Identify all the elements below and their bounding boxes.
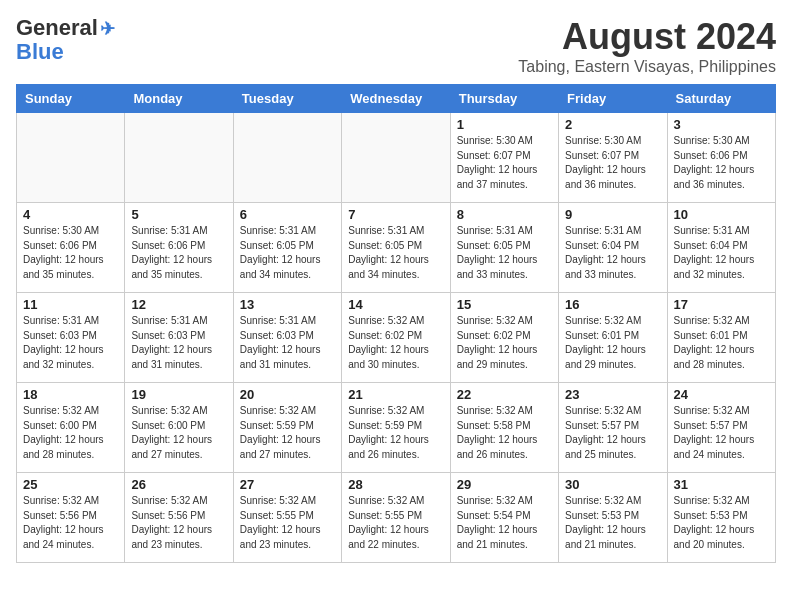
- day-number: 8: [457, 207, 552, 222]
- calendar-cell: 9Sunrise: 5:31 AM Sunset: 6:04 PM Daylig…: [559, 203, 667, 293]
- day-number: 26: [131, 477, 226, 492]
- day-info: Sunrise: 5:31 AM Sunset: 6:04 PM Dayligh…: [565, 224, 660, 282]
- day-number: 15: [457, 297, 552, 312]
- day-number: 12: [131, 297, 226, 312]
- day-number: 18: [23, 387, 118, 402]
- calendar-cell: 5Sunrise: 5:31 AM Sunset: 6:06 PM Daylig…: [125, 203, 233, 293]
- day-info: Sunrise: 5:32 AM Sunset: 6:01 PM Dayligh…: [565, 314, 660, 372]
- day-info: Sunrise: 5:31 AM Sunset: 6:05 PM Dayligh…: [457, 224, 552, 282]
- calendar-cell: 2Sunrise: 5:30 AM Sunset: 6:07 PM Daylig…: [559, 113, 667, 203]
- calendar-cell: 21Sunrise: 5:32 AM Sunset: 5:59 PM Dayli…: [342, 383, 450, 473]
- calendar-table: SundayMondayTuesdayWednesdayThursdayFrid…: [16, 84, 776, 563]
- day-info: Sunrise: 5:32 AM Sunset: 5:56 PM Dayligh…: [23, 494, 118, 552]
- calendar-cell: 3Sunrise: 5:30 AM Sunset: 6:06 PM Daylig…: [667, 113, 775, 203]
- day-number: 31: [674, 477, 769, 492]
- day-number: 3: [674, 117, 769, 132]
- location-title: Tabing, Eastern Visayas, Philippines: [518, 58, 776, 76]
- day-info: Sunrise: 5:32 AM Sunset: 5:57 PM Dayligh…: [674, 404, 769, 462]
- calendar-cell: 15Sunrise: 5:32 AM Sunset: 6:02 PM Dayli…: [450, 293, 558, 383]
- day-number: 10: [674, 207, 769, 222]
- day-number: 22: [457, 387, 552, 402]
- day-info: Sunrise: 5:32 AM Sunset: 6:02 PM Dayligh…: [457, 314, 552, 372]
- calendar-week-1: 1Sunrise: 5:30 AM Sunset: 6:07 PM Daylig…: [17, 113, 776, 203]
- calendar-header-row: SundayMondayTuesdayWednesdayThursdayFrid…: [17, 85, 776, 113]
- day-header-thursday: Thursday: [450, 85, 558, 113]
- day-info: Sunrise: 5:32 AM Sunset: 5:53 PM Dayligh…: [565, 494, 660, 552]
- logo-blue: Blue: [16, 40, 64, 64]
- day-info: Sunrise: 5:32 AM Sunset: 5:54 PM Dayligh…: [457, 494, 552, 552]
- day-number: 20: [240, 387, 335, 402]
- day-info: Sunrise: 5:32 AM Sunset: 5:56 PM Dayligh…: [131, 494, 226, 552]
- calendar-cell: 22Sunrise: 5:32 AM Sunset: 5:58 PM Dayli…: [450, 383, 558, 473]
- logo: General✈ Blue: [16, 16, 115, 64]
- header: General✈ Blue August 2024 Tabing, Easter…: [16, 16, 776, 76]
- calendar-cell: [342, 113, 450, 203]
- day-number: 23: [565, 387, 660, 402]
- day-info: Sunrise: 5:30 AM Sunset: 6:07 PM Dayligh…: [457, 134, 552, 192]
- calendar-week-5: 25Sunrise: 5:32 AM Sunset: 5:56 PM Dayli…: [17, 473, 776, 563]
- day-number: 25: [23, 477, 118, 492]
- day-info: Sunrise: 5:32 AM Sunset: 5:58 PM Dayligh…: [457, 404, 552, 462]
- day-info: Sunrise: 5:30 AM Sunset: 6:06 PM Dayligh…: [23, 224, 118, 282]
- day-info: Sunrise: 5:31 AM Sunset: 6:03 PM Dayligh…: [23, 314, 118, 372]
- calendar-cell: 20Sunrise: 5:32 AM Sunset: 5:59 PM Dayli…: [233, 383, 341, 473]
- day-number: 5: [131, 207, 226, 222]
- day-info: Sunrise: 5:32 AM Sunset: 5:55 PM Dayligh…: [348, 494, 443, 552]
- calendar-cell: 19Sunrise: 5:32 AM Sunset: 6:00 PM Dayli…: [125, 383, 233, 473]
- day-info: Sunrise: 5:31 AM Sunset: 6:05 PM Dayligh…: [348, 224, 443, 282]
- day-number: 1: [457, 117, 552, 132]
- calendar-cell: 24Sunrise: 5:32 AM Sunset: 5:57 PM Dayli…: [667, 383, 775, 473]
- day-info: Sunrise: 5:32 AM Sunset: 5:59 PM Dayligh…: [348, 404, 443, 462]
- day-number: 9: [565, 207, 660, 222]
- day-number: 14: [348, 297, 443, 312]
- day-info: Sunrise: 5:31 AM Sunset: 6:03 PM Dayligh…: [131, 314, 226, 372]
- calendar-week-4: 18Sunrise: 5:32 AM Sunset: 6:00 PM Dayli…: [17, 383, 776, 473]
- day-number: 2: [565, 117, 660, 132]
- logo-text: General✈: [16, 16, 115, 40]
- day-number: 19: [131, 387, 226, 402]
- day-header-friday: Friday: [559, 85, 667, 113]
- day-number: 28: [348, 477, 443, 492]
- day-info: Sunrise: 5:32 AM Sunset: 5:59 PM Dayligh…: [240, 404, 335, 462]
- day-number: 21: [348, 387, 443, 402]
- day-info: Sunrise: 5:32 AM Sunset: 6:02 PM Dayligh…: [348, 314, 443, 372]
- day-header-monday: Monday: [125, 85, 233, 113]
- calendar-week-2: 4Sunrise: 5:30 AM Sunset: 6:06 PM Daylig…: [17, 203, 776, 293]
- day-header-wednesday: Wednesday: [342, 85, 450, 113]
- calendar-week-3: 11Sunrise: 5:31 AM Sunset: 6:03 PM Dayli…: [17, 293, 776, 383]
- day-number: 27: [240, 477, 335, 492]
- day-header-sunday: Sunday: [17, 85, 125, 113]
- day-info: Sunrise: 5:31 AM Sunset: 6:04 PM Dayligh…: [674, 224, 769, 282]
- day-number: 17: [674, 297, 769, 312]
- calendar-cell: 16Sunrise: 5:32 AM Sunset: 6:01 PM Dayli…: [559, 293, 667, 383]
- day-info: Sunrise: 5:31 AM Sunset: 6:03 PM Dayligh…: [240, 314, 335, 372]
- day-info: Sunrise: 5:30 AM Sunset: 6:06 PM Dayligh…: [674, 134, 769, 192]
- day-info: Sunrise: 5:32 AM Sunset: 6:01 PM Dayligh…: [674, 314, 769, 372]
- day-number: 4: [23, 207, 118, 222]
- calendar-cell: 8Sunrise: 5:31 AM Sunset: 6:05 PM Daylig…: [450, 203, 558, 293]
- day-info: Sunrise: 5:31 AM Sunset: 6:05 PM Dayligh…: [240, 224, 335, 282]
- title-area: August 2024 Tabing, Eastern Visayas, Phi…: [518, 16, 776, 76]
- day-number: 11: [23, 297, 118, 312]
- calendar-cell: 18Sunrise: 5:32 AM Sunset: 6:00 PM Dayli…: [17, 383, 125, 473]
- calendar-cell: 28Sunrise: 5:32 AM Sunset: 5:55 PM Dayli…: [342, 473, 450, 563]
- day-info: Sunrise: 5:31 AM Sunset: 6:06 PM Dayligh…: [131, 224, 226, 282]
- day-number: 29: [457, 477, 552, 492]
- day-info: Sunrise: 5:30 AM Sunset: 6:07 PM Dayligh…: [565, 134, 660, 192]
- calendar-cell: 13Sunrise: 5:31 AM Sunset: 6:03 PM Dayli…: [233, 293, 341, 383]
- calendar-cell: 11Sunrise: 5:31 AM Sunset: 6:03 PM Dayli…: [17, 293, 125, 383]
- calendar-cell: 31Sunrise: 5:32 AM Sunset: 5:53 PM Dayli…: [667, 473, 775, 563]
- calendar-cell: 29Sunrise: 5:32 AM Sunset: 5:54 PM Dayli…: [450, 473, 558, 563]
- calendar-cell: 12Sunrise: 5:31 AM Sunset: 6:03 PM Dayli…: [125, 293, 233, 383]
- month-title: August 2024: [518, 16, 776, 58]
- day-header-tuesday: Tuesday: [233, 85, 341, 113]
- day-number: 24: [674, 387, 769, 402]
- calendar-cell: 30Sunrise: 5:32 AM Sunset: 5:53 PM Dayli…: [559, 473, 667, 563]
- calendar-cell: 1Sunrise: 5:30 AM Sunset: 6:07 PM Daylig…: [450, 113, 558, 203]
- calendar-cell: 25Sunrise: 5:32 AM Sunset: 5:56 PM Dayli…: [17, 473, 125, 563]
- calendar-cell: 7Sunrise: 5:31 AM Sunset: 6:05 PM Daylig…: [342, 203, 450, 293]
- day-info: Sunrise: 5:32 AM Sunset: 5:55 PM Dayligh…: [240, 494, 335, 552]
- calendar-cell: 6Sunrise: 5:31 AM Sunset: 6:05 PM Daylig…: [233, 203, 341, 293]
- day-info: Sunrise: 5:32 AM Sunset: 6:00 PM Dayligh…: [23, 404, 118, 462]
- day-number: 16: [565, 297, 660, 312]
